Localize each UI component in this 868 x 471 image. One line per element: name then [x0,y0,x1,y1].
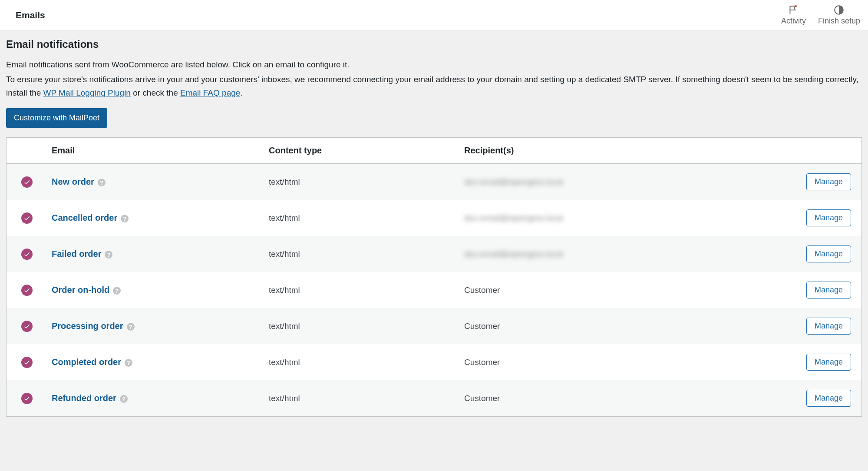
finish-setup-label: Finish setup [818,17,860,26]
email-table: Email Content type Recipient(s) New orde… [6,137,862,417]
status-enabled-icon [21,285,33,296]
top-bar: Emails Activity Finish setup [0,0,868,30]
col-manage [800,138,861,164]
recipient-cell: Customer [458,272,800,308]
recipient-cell: Customer [458,308,800,344]
help-icon[interactable]: ? [121,215,129,222]
svg-point-0 [795,5,797,7]
manage-button[interactable]: Manage [806,282,851,299]
section-desc-1: Email notifications sent from WooCommerc… [6,58,862,71]
content: Email notifications Email notifications … [0,30,868,425]
content-type-cell: text/html [263,200,458,236]
help-icon[interactable]: ? [125,359,132,367]
recipient-cell: Customer [458,380,800,416]
manage-button[interactable]: Manage [806,390,851,407]
content-type-cell: text/html [263,236,458,272]
content-type-cell: text/html [263,272,458,308]
section-desc-2: To ensure your store's notifications arr… [6,73,862,100]
table-row: Failed order?text/htmldev-email@wpengine… [7,236,861,272]
page-title: Emails [16,10,45,20]
manage-button[interactable]: Manage [806,245,851,262]
email-name-link[interactable]: Cancelled order [52,213,117,222]
header-actions: Activity Finish setup [781,4,860,26]
content-type-cell: text/html [263,344,458,380]
flag-icon [788,4,799,16]
table-row: New order?text/htmldev-email@wpengine.lo… [7,164,861,200]
help-icon[interactable]: ? [105,251,112,259]
col-status [7,138,46,164]
col-content-type: Content type [263,138,458,164]
help-icon[interactable]: ? [98,179,106,186]
finish-setup-button[interactable]: Finish setup [818,4,860,26]
status-enabled-icon [21,357,33,368]
content-type-cell: text/html [263,308,458,344]
manage-button[interactable]: Manage [806,354,851,371]
table-row: Cancelled order?text/htmldev-email@wpeng… [7,200,861,236]
status-enabled-icon [21,212,33,224]
section-title: Email notifications [6,38,862,50]
wp-mail-logging-link[interactable]: WP Mail Logging Plugin [43,88,131,97]
table-row: Order on-hold?text/htmlCustomerManage [7,272,861,308]
status-enabled-icon [21,321,33,332]
circle-half-icon [833,4,845,16]
email-faq-link[interactable]: Email FAQ page [180,88,240,97]
help-icon[interactable]: ? [127,323,135,331]
email-name-link[interactable]: Refunded order [52,393,116,403]
recipient-cell: dev-email@wpengine.local [458,236,800,272]
customize-mailpoet-button[interactable]: Customize with MailPoet [6,108,107,128]
table-row: Refunded order?text/htmlCustomerManage [7,380,861,416]
email-name-link[interactable]: Order on-hold [52,285,109,295]
manage-button[interactable]: Manage [806,318,851,335]
status-enabled-icon [21,249,33,260]
status-enabled-icon [21,176,33,188]
content-type-cell: text/html [263,164,458,200]
content-type-cell: text/html [263,380,458,416]
manage-button[interactable]: Manage [806,173,851,190]
help-icon[interactable]: ? [120,395,128,403]
activity-label: Activity [781,17,806,26]
help-icon[interactable]: ? [113,287,121,295]
recipient-cell: dev-email@wpengine.local [458,200,800,236]
table-row: Processing order?text/htmlCustomerManage [7,308,861,344]
status-enabled-icon [21,393,33,404]
recipient-cell: Customer [458,344,800,380]
table-row: Completed order?text/htmlCustomerManage [7,344,861,380]
manage-button[interactable]: Manage [806,209,851,226]
email-name-link[interactable]: Processing order [52,321,123,331]
email-name-link[interactable]: Failed order [52,249,101,259]
email-name-link[interactable]: New order [52,177,94,186]
activity-button[interactable]: Activity [781,4,806,26]
col-email: Email [46,138,263,164]
email-name-link[interactable]: Completed order [52,357,121,367]
recipient-cell: dev-email@wpengine.local [458,164,800,200]
col-recipients: Recipient(s) [458,138,800,164]
